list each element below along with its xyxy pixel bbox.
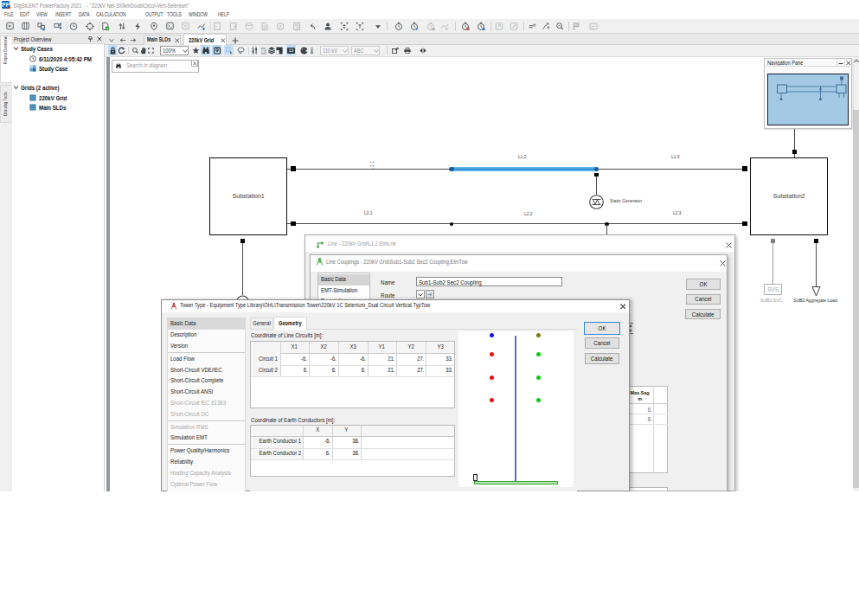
svg-text:PF: PF [2, 2, 9, 8]
